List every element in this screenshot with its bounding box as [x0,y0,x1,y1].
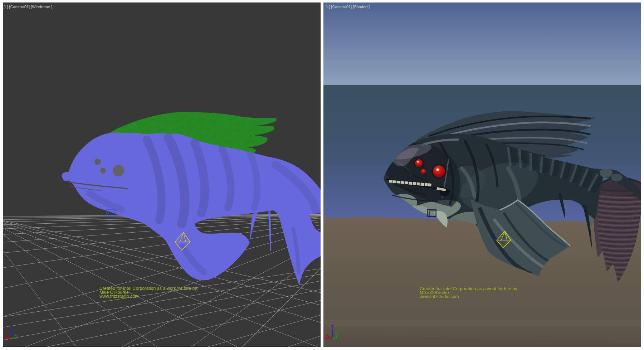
svg-text:[+] [Camera01] [Wireframe ]: [+] [Camera01] [Wireframe ] [4,5,52,9]
svg-text:x: x [327,332,329,338]
svg-text:y: y [15,332,18,338]
svg-text:x: x [6,332,9,338]
svg-text:www.fritzstudio.com: www.fritzstudio.com [419,294,459,299]
svg-text:y: y [336,332,338,338]
svg-text:www.fritzstudio.com: www.fritzstudio.com [99,294,139,299]
svg-text:z: z [331,324,334,329]
svg-text:[+] [Camera01] [Shaded ]: [+] [Camera01] [Shaded ] [326,5,370,9]
svg-text:z: z [11,324,13,329]
